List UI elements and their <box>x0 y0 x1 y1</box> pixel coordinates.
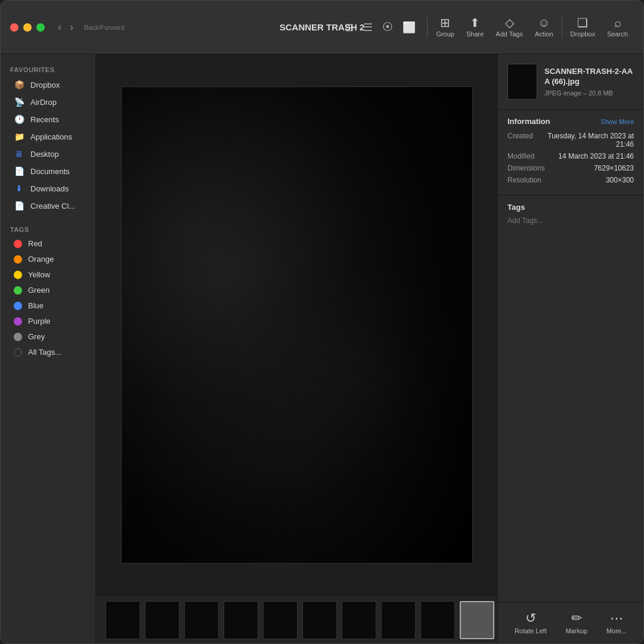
thumbnail-8[interactable] <box>381 601 416 639</box>
show-more-link[interactable]: Show More <box>600 118 634 125</box>
back-forward-label: Back/Forward <box>84 24 125 31</box>
sidebar-item-applications[interactable]: 📁 Applications <box>4 128 92 145</box>
sidebar-item-tag-purple[interactable]: Purple <box>4 314 92 329</box>
created-label: Created <box>507 132 533 148</box>
tag-dot-blue <box>14 302 22 310</box>
fullscreen-button[interactable] <box>36 23 45 32</box>
tag-dot-grey <box>14 333 22 341</box>
sidebar-item-label-tag-purple: Purple <box>28 317 51 326</box>
sidebar-item-downloads[interactable]: ⬇ Downloads <box>4 180 92 197</box>
resolution-row: Resolution 300×300 <box>507 176 634 184</box>
right-panel-spacer <box>498 232 643 602</box>
group-icon: ⊞ <box>440 17 450 29</box>
rotate-left-label: Rotate Left <box>515 627 547 634</box>
sidebar-item-label-airdrop: AirDrop <box>30 98 57 107</box>
tags-section-title: Tags <box>507 203 634 212</box>
sidebar-item-label-tag-grey: Grey <box>28 332 45 341</box>
created-value: Tuesday, 14 March 2023 at 21:46 <box>538 132 634 148</box>
thumbnail-strip <box>96 596 497 643</box>
thumbnail-1[interactable] <box>106 601 140 639</box>
tag-dot-all <box>14 348 22 357</box>
share-button[interactable]: ⬆ Share <box>460 13 490 41</box>
sidebar-item-tag-green[interactable]: Green <box>4 283 92 298</box>
modified-value: 14 March 2023 at 21:46 <box>558 152 634 160</box>
action-icon: ☺ <box>538 17 550 29</box>
bottom-bar: ↺ Rotate Left ✏ Markup ⋯ More... <box>498 602 643 643</box>
tag-dot-purple <box>14 317 22 326</box>
close-button[interactable] <box>10 23 18 32</box>
thumbnail-6[interactable] <box>302 601 337 639</box>
traffic-lights <box>10 23 45 32</box>
markup-icon: ✏ <box>571 612 582 625</box>
forward-button[interactable]: › <box>66 18 77 36</box>
desktop-icon: 🖥 <box>14 148 24 159</box>
separator-1 <box>427 17 428 38</box>
sidebar-item-label-tag-green: Green <box>28 286 49 295</box>
right-panel: SCANNER-TRASH-2-AAA (66).jpg JPEG image … <box>497 54 643 643</box>
tag-dot-green <box>14 286 22 295</box>
thumbnail-10-active[interactable] <box>460 601 494 639</box>
sidebar-item-tag-grey[interactable]: Grey <box>4 329 92 344</box>
applications-icon: 📁 <box>14 131 24 142</box>
search-icon: ⌕ <box>614 17 621 29</box>
more-icon: ⋯ <box>610 612 623 625</box>
dimensions-row: Dimensions 7629×10623 <box>507 164 634 172</box>
window-title: SCANNER TRASH 2 <box>280 22 365 32</box>
sidebar-item-tag-yellow[interactable]: Yellow <box>4 267 92 282</box>
thumbnail-2[interactable] <box>145 601 179 639</box>
sidebar-item-all-tags[interactable]: All Tags... <box>4 345 92 360</box>
gallery-view-button[interactable]: ⬜ <box>398 17 420 38</box>
preview-image-inner <box>122 87 472 563</box>
action-button[interactable]: ☺ Action <box>529 13 559 41</box>
markup-button[interactable]: ✏ Markup <box>558 608 595 638</box>
preview-area <box>96 54 497 596</box>
sidebar-item-tag-red[interactable]: Red <box>4 236 92 251</box>
thumbnail-4[interactable] <box>224 601 258 639</box>
back-button[interactable]: ‹ <box>54 18 65 36</box>
thumbnail-7[interactable] <box>342 601 376 639</box>
column-view-button[interactable]: ⦿ <box>378 17 397 38</box>
markup-label: Markup <box>565 627 587 634</box>
info-section-header: Information Show More <box>507 117 634 126</box>
information-section: Information Show More Created Tuesday, 1… <box>498 110 643 196</box>
tags-section: Tags Add Tags... <box>498 196 643 232</box>
add-tags-button[interactable]: ◇ Add Tags <box>490 13 529 41</box>
dropbox-icon: ❑ <box>577 17 588 29</box>
thumbnail-3[interactable] <box>184 601 219 639</box>
tag-dot-red <box>14 240 22 248</box>
more-button[interactable]: ⋯ More... <box>599 608 634 638</box>
dropbox-button[interactable]: ❑ Dropbox <box>565 13 602 41</box>
file-name-info: SCANNER-TRASH-2-AAA (66).jpg JPEG image … <box>544 67 634 97</box>
sidebar-item-documents[interactable]: 📄 Documents <box>4 163 92 179</box>
information-title: Information <box>507 117 550 126</box>
file-name: SCANNER-TRASH-2-AAA (66).jpg <box>544 67 634 87</box>
group-button[interactable]: ⊞ Group <box>430 13 460 41</box>
separator-2 <box>562 17 562 38</box>
sidebar-item-label-all-tags: All Tags... <box>28 348 61 357</box>
sidebar-item-label-tag-red: Red <box>28 239 42 248</box>
sidebar-item-tag-blue[interactable]: Blue <box>4 298 92 313</box>
file-info-header: SCANNER-TRASH-2-AAA (66).jpg JPEG image … <box>498 54 643 110</box>
sidebar-item-recents[interactable]: 🕐 Recents <box>4 111 92 128</box>
sidebar-item-tag-orange[interactable]: Orange <box>4 252 92 267</box>
sidebar-item-label-applications: Applications <box>30 132 72 141</box>
sidebar: Favourites 📦 Dropbox 📡 AirDrop 🕐 Recents… <box>1 54 96 643</box>
sidebar-item-dropbox[interactable]: 📦 Dropbox <box>4 76 92 93</box>
sidebar-item-desktop[interactable]: 🖥 Desktop <box>4 145 92 162</box>
dropbox-sidebar-icon: 📦 <box>14 79 24 90</box>
downloads-icon: ⬇ <box>14 183 24 194</box>
file-thumbnail <box>507 64 537 100</box>
thumbnail-9[interactable] <box>420 601 455 639</box>
add-tags-placeholder[interactable]: Add Tags... <box>507 216 634 225</box>
sidebar-item-label-desktop: Desktop <box>30 150 59 159</box>
sidebar-item-airdrop[interactable]: 📡 AirDrop <box>4 94 92 110</box>
rotate-left-button[interactable]: ↺ Rotate Left <box>507 608 554 638</box>
creative-cloud-icon: 📄 <box>14 200 24 211</box>
thumbnail-5[interactable] <box>263 601 298 639</box>
search-button[interactable]: ⌕ Search <box>601 13 634 41</box>
minimize-button[interactable] <box>23 23 32 32</box>
modified-label: Modified <box>507 152 534 160</box>
share-icon: ⬆ <box>470 17 480 29</box>
body: Favourites 📦 Dropbox 📡 AirDrop 🕐 Recents… <box>1 54 643 643</box>
sidebar-item-creative-cloud[interactable]: 📄 Creative Cl... <box>4 197 92 214</box>
